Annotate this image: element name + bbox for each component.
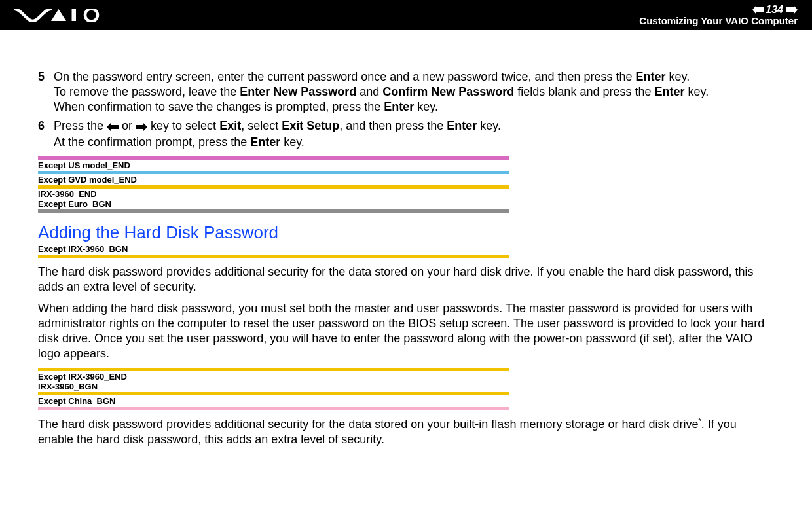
marker-bar (38, 209, 509, 213)
marker-bar (38, 368, 509, 371)
right-arrow-icon (136, 120, 147, 135)
header-right: 134 Customizing Your VAIO Computer (639, 5, 798, 26)
step-body: Press the or key to select Exit, select … (54, 118, 774, 150)
marker-block-3: Except IRX-3960_ENDIRX-3960_BGN Except C… (38, 368, 509, 410)
marker-label: IRX-3960_ENDExcept Euro_BGN (38, 190, 509, 209)
vaio-logo (14, 9, 116, 22)
marker-bar (38, 255, 509, 258)
step-number: 6 (38, 118, 45, 150)
svg-point-2 (85, 9, 98, 22)
svg-marker-4 (786, 5, 798, 14)
prev-page-arrow-icon[interactable] (752, 5, 764, 14)
marker-label: Except IRX-3960_ENDIRX-3960_BGN (38, 372, 509, 392)
step-number: 5 (38, 69, 45, 115)
marker: Except China_BGN (38, 392, 509, 407)
marker (38, 407, 509, 410)
section-title: Customizing Your VAIO Computer (639, 16, 798, 26)
paragraph: The hard disk password provides addition… (38, 264, 774, 295)
step-5: 5 On the password entry screen, enter th… (38, 69, 774, 115)
next-page-arrow-icon[interactable] (786, 5, 798, 14)
svg-rect-1 (72, 9, 77, 21)
marker-label: Except IRX-3960_BGN (38, 245, 509, 255)
marker (38, 209, 509, 213)
vaio-logo-icon (14, 9, 116, 22)
content-area: 5 On the password entry screen, enter th… (0, 30, 812, 447)
marker: Except IRX-3960_BGN (38, 245, 509, 258)
marker-label: Except China_BGN (38, 397, 509, 407)
header-bar: 134 Customizing Your VAIO Computer (0, 0, 812, 30)
paragraph: The hard disk password provides addition… (38, 416, 774, 447)
marker-bar (38, 392, 509, 395)
marker: IRX-3960_ENDExcept Euro_BGN (38, 185, 509, 209)
paragraph: When adding the hard disk password, you … (38, 301, 774, 361)
marker: Except GVD model_END (38, 171, 509, 185)
marker-bar (38, 407, 509, 410)
step-body: On the password entry screen, enter the … (54, 69, 774, 115)
marker-bar (38, 156, 509, 160)
step-6: 6 Press the or key to select Exit, selec… (38, 118, 774, 150)
marker-bar (38, 171, 509, 174)
marker-block-2: Except IRX-3960_BGN (38, 245, 509, 258)
svg-marker-3 (752, 5, 764, 14)
subheading: Adding the Hard Disk Password (38, 222, 774, 244)
marker-block-1: Except US model_END Except GVD model_END… (38, 156, 509, 213)
svg-marker-6 (136, 123, 147, 131)
svg-marker-0 (51, 9, 66, 21)
page: 134 Customizing Your VAIO Computer 5 On … (0, 0, 812, 506)
marker-label: Except GVD model_END (38, 175, 509, 185)
svg-marker-5 (107, 123, 119, 131)
marker: Except IRX-3960_ENDIRX-3960_BGN (38, 368, 509, 392)
marker-label: Except US model_END (38, 161, 509, 171)
page-number: 134 (766, 5, 783, 15)
marker: Except US model_END (38, 156, 509, 171)
left-arrow-icon (107, 120, 119, 135)
marker-bar (38, 185, 509, 189)
